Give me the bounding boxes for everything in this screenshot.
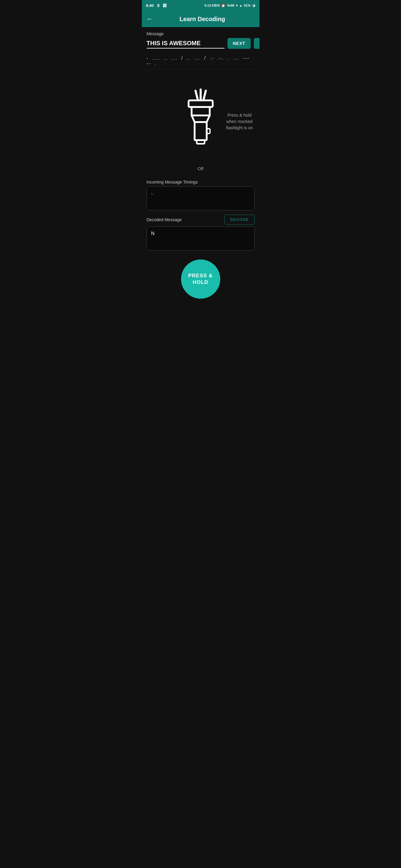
press-hold-button[interactable]: PRESS &HOLD <box>181 259 220 299</box>
morse-code-display: - .... .. ... / .. ... / .- .-. . ... --… <box>142 52 259 70</box>
image-icon: 🖼 <box>163 3 167 8</box>
incoming-timings-label: Incoming Message Timings <box>142 176 259 186</box>
flashlight-svg <box>181 88 220 154</box>
status-left: 9:40 ⏸ 🖼 <box>146 3 167 8</box>
decoded-row: Decoded Message DECODE <box>142 210 259 226</box>
flashlight-area[interactable]: Press & hold when mocked flashlight is o… <box>142 70 259 166</box>
page-title: Learn Decoding <box>159 16 255 23</box>
wifi-icon: ▾ <box>236 4 238 7</box>
svg-rect-7 <box>197 140 205 144</box>
signal-icon: ▲ <box>239 4 242 7</box>
press-hold-container: PRESS &HOLD <box>142 250 259 306</box>
flashlight-icon <box>181 88 220 154</box>
flashlight-status: Off <box>142 166 259 176</box>
media-icon: ⏸ <box>156 3 160 8</box>
battery-icon: ◑ <box>252 4 255 7</box>
time-display: 9:40 <box>146 3 154 8</box>
back-button[interactable]: ← <box>147 15 153 23</box>
svg-line-0 <box>196 91 198 99</box>
message-section: Message NEXT START <box>142 27 259 49</box>
decoded-label: Decoded Message <box>147 217 182 222</box>
svg-rect-3 <box>189 100 213 107</box>
next-button[interactable]: NEXT <box>228 38 251 49</box>
battery-display: 51% <box>244 4 251 7</box>
status-bar: 9:40 ⏸ 🖼 0.13 KB/S ⏰ VoWi ▾ ▲ 51% ◑ <box>142 0 259 11</box>
header: ← Learn Decoding <box>142 11 259 27</box>
network-speed: 0.13 KB/S <box>205 4 220 7</box>
status-right: 0.13 KB/S ⏰ VoWi ▾ ▲ 51% ◑ <box>205 4 255 7</box>
message-input[interactable] <box>147 38 225 49</box>
start-button[interactable]: START <box>254 38 259 49</box>
message-row: NEXT START <box>147 38 255 49</box>
decode-button[interactable]: DECODE <box>225 215 255 224</box>
alarm-icon: ⏰ <box>221 4 225 7</box>
vowifi-icon: VoWi <box>227 4 234 7</box>
message-label: Message <box>147 31 255 36</box>
decoded-box: N <box>147 226 255 250</box>
press-hold-hint: Press & hold when mocked flashlight is o… <box>225 112 255 131</box>
svg-marker-5 <box>192 116 210 122</box>
svg-line-2 <box>204 91 206 99</box>
timing-value: -. <box>151 191 154 196</box>
svg-rect-6 <box>195 122 207 140</box>
decoded-value: N <box>151 231 155 236</box>
svg-rect-8 <box>207 129 210 133</box>
svg-rect-4 <box>192 107 210 116</box>
timing-box: -. <box>147 186 255 210</box>
